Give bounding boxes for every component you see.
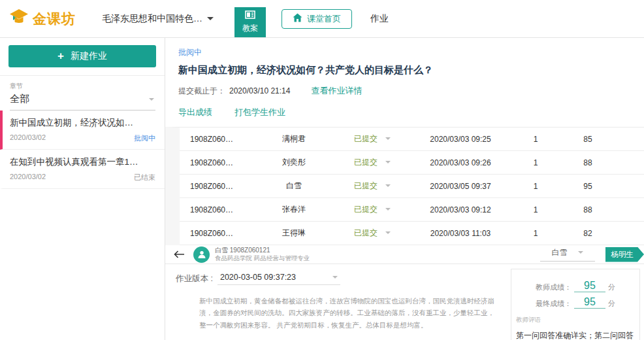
version-label: 作业版本 :	[176, 273, 213, 284]
teacher-score-label: 教师成绩：	[536, 282, 572, 292]
chapter-label: 章节	[10, 82, 155, 91]
logo-text: 金课坊	[33, 10, 76, 28]
submission-status-dropdown[interactable]: 已提交	[333, 204, 411, 215]
student-name-cell: 白雪	[255, 180, 333, 192]
submit-time-cell: 2020/03/05 09:37	[411, 182, 509, 191]
homework-answer-text: 新中国成立初期，黄金储备都被运往台湾，连故宫博物院的国宝也运到台湾，国民党溃逃时…	[199, 295, 494, 331]
graduation-cap-icon	[9, 8, 29, 29]
chevron-down-icon	[149, 98, 154, 103]
submission-status-dropdown[interactable]: 已提交	[333, 180, 411, 192]
version-select-value: 2020-03-05 09:37:23	[220, 273, 296, 282]
deadline-value: 2020/03/10 21:14	[229, 86, 290, 95]
student-name-cell: 满桐君	[255, 133, 333, 144]
chevron-down-icon	[385, 231, 391, 237]
teacher-tag[interactable]: 杨明生	[605, 247, 644, 262]
score-cell: 88	[562, 158, 614, 167]
deadline-label: 提交截止于：	[178, 86, 225, 97]
submission-status-dropdown[interactable]: 已提交	[333, 157, 411, 168]
teacher-comment-label: 教师评语	[516, 316, 635, 324]
classroom-home-button[interactable]: 课堂首页	[282, 9, 352, 29]
homework-item-title: 在知到中视频认真观看第一章1…	[10, 156, 155, 168]
assignment-title: 新中国成立初期，经济状况如何？共产党人的目标是什么？	[178, 64, 644, 76]
homework-list-item[interactable]: 在知到中视频认真观看第一章1… 2020/03/02 已结束	[0, 150, 165, 189]
new-homework-label: 新建作业	[71, 50, 107, 62]
table-row[interactable]: 1908Z060… 白雪 已提交 2020/03/05 09:37 1 95	[180, 175, 644, 198]
attempt-count-cell: 1	[509, 229, 562, 238]
view-details-link[interactable]: 查看作业详情	[311, 85, 362, 97]
student-id-cell: 1908Z060…	[180, 135, 255, 144]
new-homework-button[interactable]: + 新建作业	[8, 45, 156, 67]
app-logo: 金课坊	[9, 8, 76, 29]
submit-time-cell: 2020/03/03 09:12	[411, 205, 509, 214]
table-row[interactable]: 1908Z060… 满桐君 已提交 2020/03/03 09:25 1 85	[180, 128, 644, 151]
tab-homework[interactable]: 作业	[370, 13, 389, 25]
final-score-input[interactable]: 95	[574, 297, 605, 309]
score-cell: 95	[562, 182, 614, 191]
tab-lesson-plan-label: 教案	[242, 23, 258, 34]
submission-status-dropdown[interactable]: 已提交	[333, 133, 411, 144]
student-select-value: 白雪	[552, 247, 568, 258]
score-unit: 分	[608, 299, 615, 309]
attempt-count-cell: 1	[509, 205, 562, 214]
submissions-table: 1908Z060… 满桐君 已提交 2020/03/03 09:25 1 85 …	[165, 127, 644, 245]
student-name-id: 白雪 1908Z060121	[215, 246, 310, 255]
course-title-dropdown[interactable]: 毛泽东思想和中国特色…	[102, 13, 214, 25]
table-row[interactable]: 1908Z060… 张春洋 已提交 2020/03/03 09:12 1 88	[180, 198, 644, 222]
student-avatar	[193, 246, 210, 263]
chevron-down-icon	[385, 208, 391, 213]
score-cell: 85	[562, 135, 614, 144]
course-title: 毛泽东思想和中国特色…	[102, 13, 202, 25]
chevron-down-icon	[385, 137, 391, 143]
homework-item-title: 新中国成立初期，经济状况如…	[10, 117, 155, 129]
homework-list-item[interactable]: 新中国成立初期，经济状况如… 2020/03/02 批阅中	[0, 110, 165, 150]
teacher-score-input[interactable]: 95	[574, 280, 605, 292]
attempt-count-cell: 1	[509, 158, 562, 167]
chevron-down-icon	[332, 276, 338, 281]
package-homework-link[interactable]: 打包学生作业	[234, 107, 285, 118]
score-cell: 82	[562, 229, 614, 238]
submission-status-label: 已提交	[354, 180, 378, 192]
final-score-label: 最终成绩：	[536, 299, 572, 309]
plus-icon: +	[57, 50, 64, 63]
homework-item-date: 2020/03/02	[10, 133, 46, 143]
homework-item-status: 批阅中	[134, 133, 155, 143]
classroom-home-label: 课堂首页	[307, 13, 341, 25]
student-name-cell: 张春洋	[255, 204, 333, 215]
submit-time-cell: 2020/03/03 09:26	[411, 158, 509, 167]
student-name-cell: 刘奕彤	[255, 157, 333, 168]
chevron-down-icon	[578, 251, 583, 256]
export-grades-link[interactable]: 导出成绩	[178, 107, 212, 118]
student-id-cell: 1908Z060…	[180, 205, 255, 214]
table-row[interactable]: 1908Z060… 刘奕彤 已提交 2020/03/03 09:26 1 88	[180, 151, 644, 175]
chevron-down-icon	[207, 17, 214, 24]
grading-panel: 教师成绩： 95 分 最终成绩： 95 分 教师评语 第一问回答准确详实；第二问…	[511, 269, 640, 340]
homework-sidebar: + 新建作业 章节 全部 新中国成立初期，经济状况如… 2020/03/02 批…	[0, 38, 165, 340]
top-bar: 金课坊 毛泽东思想和中国特色… 教案 课堂首页 作业	[0, 0, 644, 38]
attempt-count-cell: 1	[509, 182, 562, 191]
student-id-cell: 1908Z060…	[180, 182, 255, 191]
submission-detail-panel: 白雪 1908Z060121 食品药品学院 药品经营与管理专业 白雪 杨明生 作…	[165, 245, 644, 340]
homework-item-status: 已结束	[134, 173, 155, 182]
assignment-status-badge: 批阅中	[178, 47, 644, 58]
student-department: 食品药品学院 药品经营与管理专业	[215, 254, 310, 262]
student-id-cell: 1908Z060…	[180, 229, 255, 238]
submission-status-label: 已提交	[354, 228, 378, 239]
tab-lesson-plan[interactable]: 教案	[234, 7, 266, 37]
attempt-count-cell: 1	[509, 135, 562, 144]
student-id-cell: 1908Z060…	[180, 158, 255, 167]
student-name-cell: 王得琳	[255, 228, 333, 239]
version-select[interactable]: 2020-03-05 09:37:23	[217, 273, 340, 285]
student-select[interactable]: 白雪	[540, 247, 595, 262]
teacher-comment-text: 第一问回答准确详实；第二问回答结合过度时期总路线，则更完备。	[516, 330, 635, 340]
submission-status-label: 已提交	[354, 157, 378, 168]
back-button[interactable]	[174, 250, 185, 258]
document-icon	[245, 10, 255, 23]
chevron-down-icon	[385, 161, 391, 166]
table-row[interactable]: 1908Z060… 王得琳 已提交 2020/03/03 11:03 1 82	[180, 222, 644, 245]
chapter-select[interactable]: 全部	[10, 91, 155, 110]
submission-status-dropdown[interactable]: 已提交	[333, 228, 411, 239]
score-cell: 88	[562, 205, 614, 214]
homework-item-date: 2020/03/02	[10, 173, 46, 182]
submit-time-cell: 2020/03/03 11:03	[411, 229, 509, 238]
home-icon	[293, 13, 307, 24]
